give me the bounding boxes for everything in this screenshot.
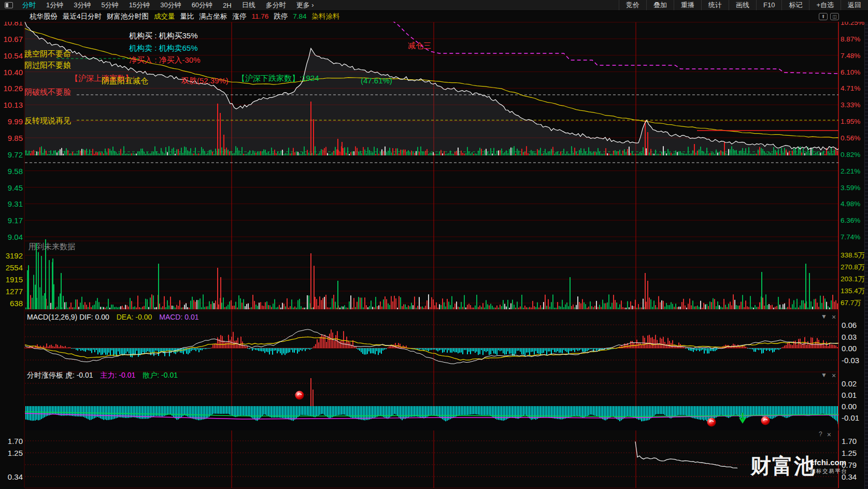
macd-pane-close-icon[interactable]: × [832, 313, 836, 321]
red-ball-marker-2 [761, 416, 770, 425]
title-segment-3[interactable]: 成交量 [154, 12, 175, 21]
toolbar-item-4[interactable]: 画线 [729, 0, 756, 10]
toolbar-item-2[interactable]: 重播 [674, 0, 701, 10]
intraday-multi-day-chart[interactable] [0, 0, 868, 489]
toolbar-item-6[interactable]: 标记 [781, 0, 809, 10]
title-segment-5[interactable]: 满占坐标 [200, 12, 227, 21]
bottom-pane-collapse-icon[interactable]: ? [819, 430, 822, 439]
menu-period-5[interactable]: 30分钟 [155, 1, 186, 10]
bottom-pane: ?× [819, 430, 831, 439]
menu-period-6[interactable]: 60分钟 [187, 1, 218, 10]
macd-pane: ▼× [821, 313, 836, 321]
limit-pane-close-icon[interactable]: × [832, 371, 836, 380]
title-segment-0: 杭华股份 [30, 12, 58, 21]
toolbar-item-8[interactable]: 返回 [841, 0, 868, 10]
title-segment-7: 11.76 [252, 12, 269, 20]
toolbar-item-7[interactable]: +自选 [809, 0, 841, 10]
title-segment-6: 涨停 [233, 12, 247, 21]
toolbar-item-5[interactable]: F10 [756, 0, 781, 10]
menu-period-9[interactable]: 多分时 [261, 1, 291, 10]
toolbar-item-0[interactable]: 竞价 [619, 0, 646, 10]
menu-period-7[interactable]: 2H [218, 2, 237, 9]
title-segment-8: 跌停 [274, 12, 288, 21]
bottom-pane-close-icon[interactable]: × [827, 430, 831, 439]
title-segment-9: 7.84 [293, 12, 306, 20]
period-menu: 分时1分钟3分钟5分钟15分钟30分钟60分钟2H日线多分时更多 › [0, 1, 319, 10]
trading-app-window: 分时1分钟3分钟5分钟15分钟30分钟60分钟2H日线多分时更多 › 竞价叠加重… [0, 0, 868, 489]
window-split-icon[interactable] [5, 2, 13, 8]
menu-period-4[interactable]: 15分钟 [124, 1, 155, 10]
collapsed-side-panel-handle[interactable] [864, 0, 868, 489]
chart-title-bar: 杭华股份最近4日分时财富池分时图成交量量比满占坐标涨停11.76跌停7.84染料… [0, 11, 868, 22]
macd-pane-collapse-icon[interactable]: ▼ [821, 313, 827, 321]
limit-pane-collapse-icon[interactable]: ▼ [821, 371, 827, 380]
menu-period-1[interactable]: 1分钟 [41, 1, 68, 10]
title-segment-10: 染料涂料 [312, 12, 340, 21]
menu-period-8[interactable]: 日线 [237, 1, 261, 10]
layout-icon[interactable]: ◫ [830, 13, 839, 20]
toolbar-menu: 竞价叠加重播统计画线F10标记+自选返回 [619, 0, 868, 10]
title-segment-2: 财富池分时图 [107, 12, 149, 21]
toolbar-item-1[interactable]: 叠加 [646, 0, 674, 10]
menu-period-3[interactable]: 5分钟 [96, 1, 123, 10]
menu-period-10[interactable]: 更多 › [291, 1, 319, 10]
menu-period-0[interactable]: 分时 [17, 1, 41, 10]
toolbar-item-3[interactable]: 统计 [701, 0, 729, 10]
red-ball-marker-1 [707, 418, 716, 427]
menu-period-2[interactable]: 3分钟 [68, 1, 96, 10]
red-ball-marker-0 [295, 391, 304, 400]
title-segment-4[interactable]: 量比 [180, 12, 194, 21]
title-segment-1: 最近4日分时 [63, 12, 102, 21]
limit-pane: ▼× [821, 371, 836, 380]
period-menu-bar: 分时1分钟3分钟5分钟15分钟30分钟60分钟2H日线多分时更多 › 竞价叠加重… [0, 0, 868, 11]
scroll-up-icon[interactable]: ⬆ [819, 13, 828, 20]
